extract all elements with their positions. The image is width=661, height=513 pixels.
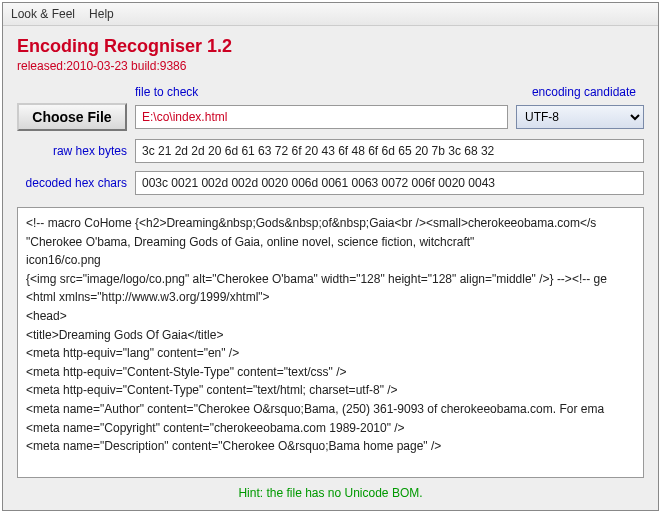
encoding-select[interactable]: UTF-8 (516, 105, 644, 129)
label-decoded-hex: decoded hex chars (17, 176, 127, 190)
label-raw-hex: raw hex bytes (17, 144, 127, 158)
preview-line: {<img src="image/logo/co.png" alt="Chero… (26, 270, 644, 289)
preview-line: <meta http-equiv="Content-Type" content=… (26, 381, 644, 400)
preview-line: <meta name="Author" content="Cherokee O&… (26, 400, 644, 419)
preview-textarea[interactable]: <!-- macro CoHome {<h2>Dreaming&nbsp;God… (17, 207, 644, 478)
hint-text: Hint: the file has no Unicode BOM. (17, 478, 644, 504)
preview-line: <!-- macro CoHome {<h2>Dreaming&nbsp;God… (26, 214, 644, 233)
choose-file-button[interactable]: Choose File (17, 103, 127, 131)
file-path-input[interactable] (135, 105, 508, 129)
raw-hex-input[interactable] (135, 139, 644, 163)
preview-line: icon16/co.png (26, 251, 644, 270)
preview-line: <meta http-equiv="lang" content="en" /> (26, 344, 644, 363)
menu-help[interactable]: Help (89, 7, 114, 21)
decoded-hex-row: decoded hex chars (17, 171, 644, 195)
file-row: Choose File UTF-8 (17, 103, 644, 131)
preview-line: <html xmlns="http://www.w3.org/1999/xhtm… (26, 288, 644, 307)
column-headers: file to check encoding candidate (17, 85, 644, 99)
menubar: Look & Feel Help (3, 3, 658, 26)
app-window: Look & Feel Help Encoding Recogniser 1.2… (2, 2, 659, 511)
preview-line: <meta http-equiv="Content-Style-Type" co… (26, 363, 644, 382)
preview-line: <title>Dreaming Gods Of Gaia</title> (26, 326, 644, 345)
label-encoding-candidate: encoding candidate (532, 85, 644, 99)
label-file-to-check: file to check (135, 85, 198, 99)
preview-line: <meta name="Copyright" content="cherokee… (26, 419, 644, 438)
app-subtitle: released:2010-03-23 build:9386 (17, 59, 644, 73)
content-area: Encoding Recogniser 1.2 released:2010-03… (3, 26, 658, 510)
menu-look-feel[interactable]: Look & Feel (11, 7, 75, 21)
preview-line: <head> (26, 307, 644, 326)
decoded-hex-input[interactable] (135, 171, 644, 195)
app-title: Encoding Recogniser 1.2 (17, 36, 644, 57)
preview-content: <!-- macro CoHome {<h2>Dreaming&nbsp;God… (18, 208, 644, 462)
raw-hex-row: raw hex bytes (17, 139, 644, 163)
preview-line: "Cherokee O'bama, Dreaming Gods of Gaia,… (26, 233, 644, 252)
preview-line: <meta name="Description" content="Cherok… (26, 437, 644, 456)
